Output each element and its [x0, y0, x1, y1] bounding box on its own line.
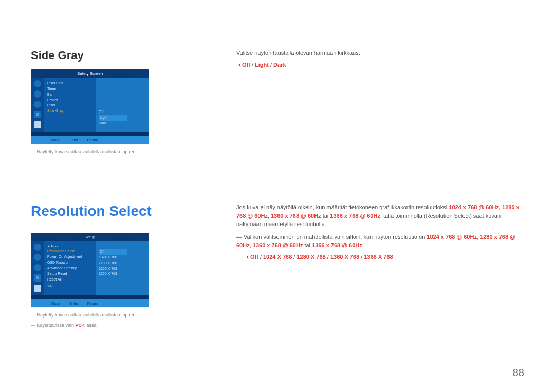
osd-menu-item-active: Side Gray [47, 108, 92, 114]
monitor-icon [34, 121, 41, 128]
osd-value: 1366 X 768 [99, 271, 127, 277]
resolution-note: Valikon valitseminen on mahdollista vain… [236, 233, 524, 250]
osd-value: 1280 X 768 [99, 260, 127, 266]
osd-sidebar-icons [31, 78, 44, 132]
page-number: 88 [513, 367, 524, 379]
tab-icon [34, 264, 41, 271]
monitor-icon [34, 285, 41, 292]
osd-menu-item: Advanced Settings [47, 266, 92, 271]
caption-pc-only: Käytettävissä vain PC-tilassa. [31, 323, 185, 328]
gear-icon [34, 111, 41, 118]
osd-sidebar-icons [31, 241, 44, 295]
osd-footer-enter: Enter [69, 138, 78, 142]
osd-values-list: Off 1024 X 768 1280 X 768 1360 X 768 136… [96, 241, 149, 295]
osd-value: 1024 X 768 [99, 255, 127, 260]
tab-icon [34, 80, 41, 87]
osd-footer-return: Return [87, 302, 98, 305]
osd-title: Safety Screen [31, 69, 149, 78]
osd-menu-item: OSD Rotation [47, 260, 92, 266]
osd-menu-item: Pixel Shift [47, 81, 92, 86]
osd-sn: S/N : [47, 284, 92, 289]
osd-footer-move: Move [51, 302, 60, 305]
gear-icon [34, 274, 41, 282]
osd-footer-enter: Enter [69, 302, 78, 305]
tab-icon [34, 90, 41, 98]
side-gray-options: Off / Light / Dark [236, 61, 524, 69]
osd-menu-item: Bar [47, 92, 92, 98]
osd-menu-item-active: Resolution Select [47, 249, 92, 254]
osd-safety-screen: Safety Screen Pixel Shift Timer Bar Eras… [31, 69, 149, 144]
osd-values-list: Off Light Dark [96, 78, 149, 132]
osd-setup: Setup ▲ More Resolution Select Power On … [31, 233, 149, 307]
tab-icon [34, 254, 41, 261]
osd-more: ▲ More [47, 244, 92, 249]
osd-footer: Move Enter Return [31, 136, 149, 144]
resolution-select-heading: Resolution Select [31, 203, 185, 219]
resolution-options: Off / 1024 X 768 / 1280 X 768 / 1360 X 7… [236, 253, 524, 262]
osd-menu-list: ▲ More Resolution Select Power On Adjust… [44, 241, 96, 295]
osd-value-selected: Off [99, 249, 127, 255]
osd-footer-move: Move [51, 138, 60, 142]
side-gray-description: Valitse näytön taustalla olevan harmaan … [236, 49, 524, 58]
osd-footer: Move Enter Return [31, 299, 149, 307]
osd-menu-item: Setup Reset [47, 271, 92, 277]
osd-value: Off [99, 109, 127, 115]
caption-disclaimer: Näytetty kuva saattaa vaihdella mallista… [31, 312, 185, 318]
osd-value-selected: Light [99, 115, 127, 121]
osd-menu-item: Pixel [47, 103, 92, 108]
osd-menu-item: Eraser [47, 98, 92, 103]
tab-icon [34, 244, 41, 251]
caption-disclaimer: Näytetty kuva saattaa vaihdella mallista… [31, 149, 185, 154]
osd-title: Setup [31, 233, 149, 241]
resolution-description: Jos kuva ei näy näytöllä oikein, kun mää… [236, 203, 524, 229]
tab-icon [34, 101, 41, 108]
osd-menu-item: Reset All [47, 277, 92, 283]
osd-menu-item: Timer [47, 86, 92, 92]
osd-menu-item: Power On Adjustment [47, 254, 92, 260]
side-gray-heading: Side Gray [31, 49, 185, 62]
osd-value: 1360 X 768 [99, 266, 127, 272]
osd-menu-list: Pixel Shift Timer Bar Eraser Pixel Side … [44, 78, 96, 132]
osd-footer-return: Return [87, 138, 98, 142]
osd-value: Dark [99, 121, 127, 126]
